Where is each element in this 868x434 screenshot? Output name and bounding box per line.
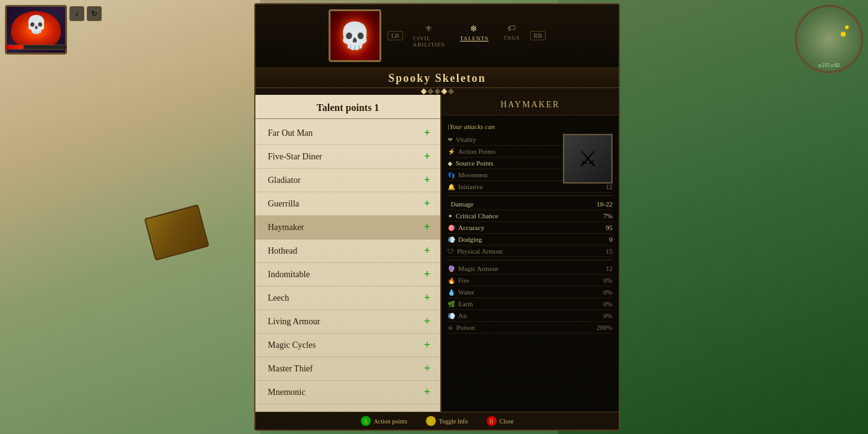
talent-item-guerrilla[interactable]: Guerrilla +	[255, 192, 440, 216]
stat-row-air: 💨 Air 0%	[448, 310, 613, 322]
stat-icon: 🌿	[448, 301, 455, 308]
talent-name: Indomitable	[268, 270, 310, 280]
stat-icon: 💧	[448, 289, 455, 296]
b-button-icon: B	[487, 416, 497, 426]
talent-plus-icon: +	[424, 126, 430, 140]
stat-icon: 🛡	[448, 248, 454, 255]
stat-value: 0%	[603, 300, 613, 308]
stat-icon: 🎯	[448, 224, 455, 231]
dot-1	[420, 89, 427, 95]
action-points-button[interactable]: A Action points	[361, 416, 407, 426]
talent-item-indomitable[interactable]: Indomitable +	[255, 263, 440, 286]
panel-header: Spooky Skeleton	[255, 67, 619, 88]
stat-label: 💨 Dodging	[448, 236, 482, 243]
stat-icon: 🔮	[448, 265, 455, 272]
elemental-separator	[448, 260, 613, 260]
skill-preview-image: ⚔	[563, 134, 613, 184]
portrait-area: 💀 LB ⚜ CIVILABILITIES ❄ TALENTS 🏷 TAGS R	[255, 4, 619, 67]
talent-item-mnemonic[interactable]: Mnemonic +	[255, 381, 440, 404]
close-button[interactable]: B Close	[487, 416, 514, 426]
music-icon: ♪	[69, 6, 84, 21]
minimap[interactable]: x:215 y:92	[795, 5, 863, 73]
civil-icon: ⚜	[425, 24, 433, 34]
stat-row-damage: Damage 18-22	[448, 198, 613, 210]
stat-icon: 💨	[448, 312, 455, 319]
talent-plus-icon: +	[424, 339, 430, 352]
talent-item-five-star-diner[interactable]: Five-Star Diner +	[255, 145, 440, 169]
tab-talents[interactable]: ❄ TALENTS	[453, 21, 496, 50]
stat-icon: 👣	[448, 172, 455, 179]
stat-icon: ✦	[448, 213, 453, 219]
stats-panel: HAYMAKER ⚔ |Your attacks can ❤ Vitality …	[441, 95, 619, 412]
talent-name: Far Out Man	[268, 128, 312, 138]
stat-label: 🎯 Accuracy	[448, 224, 484, 231]
refresh-icon: ↻	[87, 6, 102, 21]
talent-item-gladiator[interactable]: Gladiator +	[255, 169, 440, 192]
lb-button[interactable]: LB	[388, 31, 403, 40]
talent-points-header: Talent points 1	[255, 95, 440, 119]
talent-plus-icon: +	[424, 362, 430, 375]
character-portrait: 💀	[329, 9, 381, 62]
stat-label: 👣 Movement	[448, 171, 488, 179]
stat-label: ❤ Vitality	[448, 136, 476, 143]
rb-button[interactable]: RB	[530, 31, 546, 40]
talent-item-leech[interactable]: Leech +	[255, 286, 440, 310]
talent-items-list: Far Out Man + Five-Star Diner + Gladiato…	[255, 119, 440, 412]
a-button-icon: A	[361, 416, 371, 426]
talent-description: |Your attacks can	[448, 119, 613, 134]
stat-label: 💨 Air	[448, 312, 467, 319]
talent-name: Living Armour	[268, 317, 320, 327]
stat-row-water: 💧 Water 0%	[448, 286, 613, 298]
talent-item-haymaker[interactable]: Haymaker +	[255, 216, 440, 239]
stat-row-poison: ☠ Poison 200%	[448, 322, 613, 334]
tab-civil-abilities[interactable]: ⚜ CIVILABILITIES	[405, 21, 453, 50]
stat-icon: ⚡	[448, 148, 455, 155]
stat-row-dodging: 💨 Dodging 0	[448, 234, 613, 246]
talent-plus-icon: +	[424, 291, 430, 304]
bottom-bar: A Action points Y Toggle Info B Close	[255, 412, 619, 430]
health-mini-fill	[6, 45, 24, 49]
talents-icon: ❄	[470, 24, 478, 34]
portrait-image	[11, 11, 61, 48]
stat-icon: ◆	[448, 160, 453, 167]
talent-item-magic-cycles[interactable]: Magic Cycles +	[255, 334, 440, 357]
stat-value: 12	[606, 183, 613, 190]
talent-item-living-armour[interactable]: Living Armour +	[255, 310, 440, 334]
talent-name: Master Thief	[268, 364, 312, 374]
tab-tags[interactable]: 🏷 TAGS	[496, 21, 528, 50]
stat-label: 🔔 Initiative	[448, 183, 483, 190]
talent-item-far-out-man[interactable]: Far Out Man +	[255, 122, 440, 145]
sand-area	[0, 0, 260, 434]
stat-icon: 🔥	[448, 277, 455, 284]
stat-value: 0%	[603, 277, 613, 284]
talent-name: Magic Cycles	[268, 340, 316, 350]
health-mini-bar	[5, 45, 67, 50]
mini-icons-bar: ♪ ↻	[69, 6, 102, 21]
stat-label: 🔮 Magic Armour	[448, 265, 498, 272]
skill-preview-icon: ⚔	[578, 146, 598, 172]
stat-row-fire: 🔥 Fire 0%	[448, 275, 613, 286]
stat-value: 95	[606, 224, 613, 231]
stat-row-critical-chance: ✦ Critical Chance 7%	[448, 210, 613, 222]
tags-icon: 🏷	[507, 24, 516, 33]
stat-value: 7%	[603, 212, 613, 219]
stat-icon: ☠	[448, 324, 453, 331]
civil-label: CIVILABILITIES	[413, 35, 445, 48]
dot-5	[448, 89, 454, 95]
talent-plus-icon: +	[424, 174, 430, 187]
stat-row-accuracy: 🎯 Accuracy 95	[448, 222, 613, 234]
skull-icon: 💀	[339, 20, 371, 51]
tags-label: TAGS	[503, 35, 520, 41]
stat-value: 12	[606, 265, 613, 272]
talent-item-hothead[interactable]: Hothead +	[255, 239, 440, 263]
stat-icon: 🔔	[448, 184, 455, 190]
stat-label: ⚡ Action Points	[448, 148, 495, 155]
stat-value: 0	[609, 236, 613, 243]
toggle-info-button[interactable]: Y Toggle Info	[426, 416, 468, 426]
stats-separator	[448, 195, 613, 196]
stat-label: ☠ Poison	[448, 324, 475, 331]
talent-item-master-thief[interactable]: Master Thief +	[255, 357, 440, 381]
talent-name: Mnemonic	[268, 388, 306, 397]
talent-points-label: Talent points	[317, 102, 372, 113]
dot-3	[434, 89, 440, 95]
